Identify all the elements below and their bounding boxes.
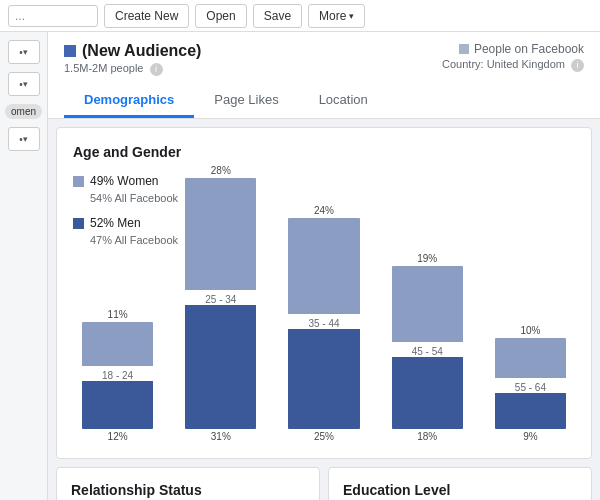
women-color-square xyxy=(73,176,84,187)
sidebar-women-tag[interactable]: omen xyxy=(5,104,42,119)
audience-header-top: (New Audience) 1.5M-2M people i People o… xyxy=(64,42,584,76)
women-bar-pct: 19% xyxy=(417,253,437,264)
men-bar xyxy=(495,393,566,429)
audience-name-input[interactable] xyxy=(8,5,98,27)
age-gender-title: Age and Gender xyxy=(73,144,575,160)
tab-location[interactable]: Location xyxy=(299,84,388,118)
audience-color-square xyxy=(64,45,76,57)
bar-group: 11% 18 - 24 12% xyxy=(73,309,162,442)
audience-header: (New Audience) 1.5M-2M people i People o… xyxy=(48,32,600,119)
men-bar xyxy=(288,329,359,429)
content-area: (New Audience) 1.5M-2M people i People o… xyxy=(48,32,600,500)
men-bar-pct: 25% xyxy=(314,431,334,442)
bar-group: 24% 35 - 44 25% xyxy=(279,205,368,442)
education-level-title: Education Level xyxy=(343,482,577,498)
audience-info-icon[interactable]: i xyxy=(150,63,163,76)
women-bar xyxy=(392,266,463,342)
women-bar-pct: 10% xyxy=(520,325,540,336)
men-bar xyxy=(185,305,256,429)
more-label: More xyxy=(319,9,346,23)
tabs: Demographics Page Likes Location xyxy=(64,84,584,118)
country-info-icon[interactable]: i xyxy=(571,59,584,72)
sidebar-expand-btn-3[interactable]: • ▾ xyxy=(8,127,40,151)
chevron-down-icon-2: ▾ xyxy=(23,79,28,89)
bar-age-label: 35 - 44 xyxy=(308,318,339,329)
bar-age-label: 45 - 54 xyxy=(412,346,443,357)
women-bar-pct: 28% xyxy=(211,165,231,176)
men-color-square xyxy=(73,218,84,229)
tab-demographics[interactable]: Demographics xyxy=(64,84,194,118)
women-bar xyxy=(82,322,153,366)
women-bar-pct: 11% xyxy=(108,309,128,320)
audience-info: (New Audience) 1.5M-2M people i xyxy=(64,42,201,76)
chevron-down-icon-1: ▾ xyxy=(23,47,28,57)
women-bar xyxy=(495,338,566,378)
men-bar-pct: 9% xyxy=(523,431,537,442)
women-sub: 54% All Facebook xyxy=(90,192,575,204)
facebook-color-square xyxy=(459,44,469,54)
audience-size: 1.5M-2M people i xyxy=(64,62,201,76)
bar-chart: 11% 18 - 24 12% 28% 25 - 34 31% 24% 35 -… xyxy=(73,262,575,442)
sidebar-expand-btn-1[interactable]: • ▾ xyxy=(8,40,40,64)
facebook-country: Country: United Kingdom i xyxy=(442,58,584,72)
men-bar-pct: 12% xyxy=(108,431,128,442)
chevron-down-icon-3: ▾ xyxy=(23,134,28,144)
relationship-status-card: Relationship Status 43% xyxy=(56,467,320,500)
toolbar: Create New Open Save More ▾ xyxy=(0,0,600,32)
facebook-people-label: People on Facebook xyxy=(474,42,584,56)
sidebar-expand-btn-2[interactable]: • ▾ xyxy=(8,72,40,96)
facebook-people-title: People on Facebook xyxy=(459,42,584,56)
bar-group: 10% 55 - 64 9% xyxy=(486,325,575,442)
women-bar xyxy=(288,218,359,314)
bar-age-label: 18 - 24 xyxy=(102,370,133,381)
audience-size-text: 1.5M-2M people xyxy=(64,62,144,74)
men-bar-pct: 18% xyxy=(417,431,437,442)
audience-title: (New Audience) xyxy=(64,42,201,60)
audience-name: (New Audience) xyxy=(82,42,201,60)
women-label: 49% Women xyxy=(90,174,158,188)
open-button[interactable]: Open xyxy=(195,4,246,28)
men-bar-pct: 31% xyxy=(211,431,231,442)
create-new-button[interactable]: Create New xyxy=(104,4,189,28)
men-label: 52% Men xyxy=(90,216,141,230)
bar-age-label: 25 - 34 xyxy=(205,294,236,305)
more-button[interactable]: More ▾ xyxy=(308,4,365,28)
chevron-down-icon: ▾ xyxy=(349,11,354,21)
tab-page-likes[interactable]: Page Likes xyxy=(194,84,298,118)
women-bar xyxy=(185,178,256,290)
age-gender-section: Age and Gender 49% Women 54% All Faceboo… xyxy=(56,127,592,459)
relationship-status-title: Relationship Status xyxy=(71,482,305,498)
bottom-sections: Relationship Status 43% Education Level … xyxy=(56,467,592,500)
toolbar-left: Create New Open Save More ▾ xyxy=(8,4,592,28)
save-button[interactable]: Save xyxy=(253,4,302,28)
men-bar xyxy=(82,381,153,429)
bar-age-label: 55 - 64 xyxy=(515,382,546,393)
facebook-country-text: Country: United Kingdom xyxy=(442,58,565,70)
sidebar: • ▾ • ▾ omen • ▾ xyxy=(0,32,48,500)
legend-item-women: 49% Women xyxy=(73,174,575,188)
men-bar xyxy=(392,357,463,429)
bar-group: 19% 45 - 54 18% xyxy=(383,253,472,442)
facebook-people: People on Facebook Country: United Kingd… xyxy=(442,42,584,72)
education-level-card: Education Level 68% xyxy=(328,467,592,500)
women-bar-pct: 24% xyxy=(314,205,334,216)
bar-group: 28% 25 - 34 31% xyxy=(176,165,265,442)
main-layout: • ▾ • ▾ omen • ▾ (New Audience) 1.5 xyxy=(0,32,600,500)
